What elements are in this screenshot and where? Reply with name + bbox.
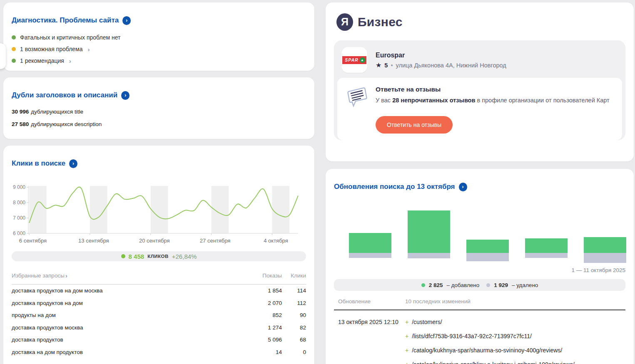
plus-icon: + [405, 361, 408, 364]
update-date: 13 октября 2025 12:10 [338, 319, 405, 364]
query-impressions: 1 854 [255, 287, 282, 294]
duplicate-description-count-row: 27 580 дублирующихся description [12, 118, 306, 130]
favorite-queries-table: Избранные запросы › Показы Клики доставк… [12, 272, 306, 358]
added-pages-bar [584, 237, 626, 253]
query-impressions: 5 096 [255, 337, 282, 343]
star-icon: ★ [376, 62, 381, 69]
query-row: доставка продуктов 5 096 68 [12, 334, 306, 346]
query-clicks: 114 [282, 287, 306, 294]
diagnostics-list: Фатальных и критичных проблем нет 1 возм… [12, 32, 306, 67]
organization-header[interactable]: SPAR ▲ Eurospar ★ 5 • улица Дьяконова 4А… [334, 40, 625, 78]
query-link[interactable]: доставка продуктов на дом [12, 300, 255, 306]
svg-text:9 000: 9 000 [13, 184, 25, 190]
plus-icon: + [405, 333, 408, 339]
answer-reviews-button[interactable]: Ответить на отзывы [376, 116, 453, 134]
favorite-queries-header: Избранные запросы › Показы Клики [12, 272, 306, 285]
diagnostics-item-label: 1 рекомендация [20, 57, 64, 64]
svg-text:13 сентября: 13 сентября [78, 238, 109, 244]
yandex-business-wordmark: Бизнес [358, 15, 403, 29]
plus-icon: + [405, 347, 408, 354]
query-impressions: 852 [255, 312, 282, 318]
spar-text: SPAR [345, 57, 358, 62]
changed-page-link[interactable]: +/catalog/kukhnya-spar/shaurma-so-svinin… [405, 347, 575, 354]
query-link[interactable]: продукты на дом [12, 312, 255, 318]
status-warning-dot-icon [12, 47, 16, 51]
changed-page-path: /lists/dfcf753b-9316-43a7-92c2-713997c7f… [412, 333, 532, 339]
update-changes-list: +/customers/ +/lists/dfcf753b-9316-43a7-… [405, 319, 575, 364]
clicks-summary-delta: +26,84% [172, 253, 197, 260]
chevron-right-icon: › [69, 57, 71, 64]
search-clicks-open-arrow-icon[interactable]: › [69, 159, 77, 168]
reviews-prompt-texts: Ответьте на отзывы У вас 28 непрочитанны… [376, 84, 610, 109]
clicks-line-chart: 6 0007 0008 0009 0006 сентября13 сентябр… [12, 181, 306, 246]
diagnostics-item-possible-problem[interactable]: 1 возможная проблема › [12, 43, 306, 55]
clicks-summary-value: 8 458 [129, 253, 144, 260]
query-link[interactable]: доставка продуктов на дом москва [12, 287, 255, 294]
changed-page-path: /catalog/kukhnya-spar/shaurma-so-svinino… [412, 347, 562, 354]
reviews-prompt-title: Ответьте на отзывы [376, 86, 610, 93]
plus-icon: + [405, 319, 408, 325]
duplicates-title-text: Дубли заголовков и описаний [12, 91, 117, 100]
diagnostics-open-arrow-icon[interactable]: › [122, 16, 131, 25]
yandex-business-logo: Я Бизнес [336, 13, 625, 31]
duplicate-description-count: 27 580 [12, 121, 29, 127]
removed-pages-bar [525, 253, 568, 258]
query-impressions: 1 274 [255, 324, 282, 331]
removed-count: 1 929 [494, 282, 508, 288]
reviews-text-suffix: в профиле организации от пользователей К… [475, 97, 609, 104]
diagnostics-item-label: Фатальных и критичных проблем нет [20, 34, 120, 41]
spar-wordmark: SPAR ▲ [342, 56, 366, 64]
changed-page-link[interactable]: +/customers/ [405, 319, 575, 325]
duplicate-title-count-row: 30 996 дублирующихся title [12, 106, 306, 117]
updates-period: 1 — 11 октября 2025 [334, 267, 625, 273]
added-pages-bar [466, 240, 509, 253]
changed-page-path: /customers/ [412, 319, 442, 325]
query-row: доставка продуктов москва 1 274 82 [12, 322, 306, 334]
search-clicks-title: Клики в поиске › [12, 159, 306, 168]
duplicates-list: 30 996 дублирующихся title 27 580 дублир… [12, 106, 306, 130]
diagnostics-title-text: Диагностика. Проблемы сайта [12, 16, 119, 25]
query-impressions: 14 [255, 349, 282, 355]
query-clicks: 0 [282, 349, 306, 355]
svg-text:8 000: 8 000 [13, 200, 25, 206]
duplicates-title: Дубли заголовков и описаний › [12, 91, 306, 100]
added-pages-bar [349, 233, 391, 253]
column-header-changes: 10 последних изменений [405, 298, 471, 305]
duplicate-description-label: дублирующихся description [31, 121, 102, 127]
spar-tree-icon: ▲ [360, 57, 365, 63]
added-label: – добавлено [446, 282, 479, 288]
reviews-prompt-card: Ответьте на отзывы У вас 28 непрочитанны… [337, 78, 622, 140]
column-header-impressions: Показы [255, 272, 282, 279]
speech-bubble-icon [343, 84, 369, 109]
removed-label: – удалено [512, 282, 538, 288]
query-link[interactable]: доставка продуктов [12, 337, 255, 343]
query-link[interactable]: доставка на дом продуктов [12, 349, 255, 355]
query-clicks: 90 [282, 312, 306, 318]
organization-name: Eurospar [376, 52, 506, 59]
search-updates-open-arrow-icon[interactable]: › [459, 183, 467, 191]
changed-page-link[interactable]: +/lists/dfcf753b-9316-43a7-92c2-713997c7… [405, 333, 575, 339]
yandex-logo-icon: Я [336, 13, 353, 31]
column-header-update: Обновление [338, 298, 405, 305]
update-row: 13 октября 2025 12:10 +/customers/ +/lis… [338, 310, 625, 364]
removed-dot-icon [486, 283, 490, 287]
organization-rating-row: ★ 5 • улица Дьяконова 4А, Нижний Новгоро… [376, 62, 506, 69]
status-ok-dot-icon [12, 59, 16, 63]
query-clicks: 112 [282, 300, 306, 306]
svg-text:20 сентября: 20 сентября [139, 238, 170, 244]
favorite-queries-link[interactable]: Избранные запросы [12, 272, 65, 279]
clicks-summary-pill: 8 458 кликов +26,84% [12, 251, 306, 261]
added-pages-bar [408, 210, 450, 253]
removed-pages-bar [408, 253, 450, 258]
changed-page-link[interactable]: +/catalog/kulinariya-spar/bliny-s-kurits… [405, 361, 575, 364]
svg-text:7 000: 7 000 [13, 215, 25, 221]
removed-pages-bar [349, 253, 391, 258]
duplicates-open-arrow-icon[interactable]: › [121, 91, 129, 100]
diagnostics-item-recommendation[interactable]: 1 рекомендация › [12, 55, 306, 67]
unread-reviews-count: 28 непрочитанных отзывов [392, 97, 475, 104]
organization-address: улица Дьяконова 4А, Нижний Новгород [396, 62, 506, 69]
query-row: доставка на дом продуктов 14 0 [12, 346, 306, 359]
edge-panel-handle[interactable] [0, 43, 6, 69]
query-link[interactable]: доставка продуктов москва [12, 324, 255, 331]
duplicate-title-count: 30 996 [12, 109, 29, 115]
